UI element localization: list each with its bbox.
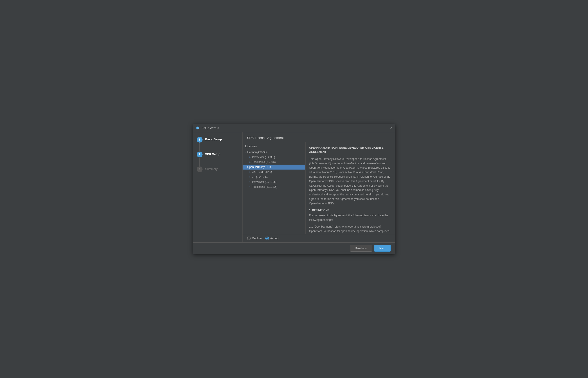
split-area: Licenses ▾ HarmonyOS-SDK ⬇ Previewer (3.… [243,142,395,234]
title-bar: Setup Wizard × [193,124,395,132]
download-icon: ⬇ [249,161,251,163]
step-1: 1 Basic Setup [197,137,239,151]
license-para-1: This OpenHarmony Software Developer Kits… [309,157,392,206]
license-para-2: For purposes of this Agreement, the foll… [309,213,392,222]
step-2-label: SDK Setup [205,151,220,156]
tree-header: Licenses [243,144,305,150]
page-title: SDK License Agreement [243,132,395,142]
tree-item-openharmony-sdk[interactable]: ▾ OpenHarmony-SDK [243,165,305,170]
tree-item-js-32125[interactable]: ⬇ JS (3.2.12.5) [243,175,305,179]
chevron-down-icon: ▾ [245,151,246,153]
decline-radio-circle[interactable] [247,237,251,240]
decline-radio[interactable]: Decline [247,237,262,240]
accept-radio-circle[interactable] [265,237,269,240]
step-2-connector: 2 [197,151,203,166]
step-2-circle: 2 [197,151,203,157]
download-icon: ⬇ [249,185,251,188]
step-1-connector: 1 [197,137,203,151]
license-section-1: 1. DEFINITIONS [309,208,392,213]
download-icon: ⬇ [249,156,251,159]
main-content: 1 Basic Setup 2 SDK Setup [193,132,395,243]
accept-label: Accept [270,237,279,240]
license-tree[interactable]: Licenses ▾ HarmonyOS-SDK ⬇ Previewer (3.… [243,142,306,234]
accept-radio[interactable]: Accept [265,237,279,240]
setup-wizard-window: Setup Wizard × 1 Basic Setup 2 [193,124,395,254]
sidebar: 1 Basic Setup 2 SDK Setup [193,132,243,243]
download-icon: ⬇ [249,176,251,178]
step-1-label: Basic Setup [205,137,222,141]
tree-item-arkts-32125[interactable]: ⬇ ArkTS (3.2.12.5) [243,170,305,175]
accept-area: Decline Accept [243,234,395,243]
chevron-down-icon: ▾ [245,166,246,168]
next-button[interactable]: Next [374,245,391,252]
step-3-circle: 3 [197,166,203,172]
title-bar-left: Setup Wizard [196,126,219,130]
tree-item-previewer-32125[interactable]: ⬇ Previewer (3.2.12.5) [243,179,305,184]
license-title: OPENHARMONY SOFTWARE DEVELOPER KITS LICE… [309,146,392,154]
license-body: This OpenHarmony Software Developer Kits… [309,157,392,234]
tree-item-toolchains-32125[interactable]: ⬇ Toolchains (3.2.12.5) [243,184,305,189]
license-text-area[interactable]: OPENHARMONY SOFTWARE DEVELOPER KITS LICE… [306,142,395,234]
download-icon: ⬇ [249,170,251,173]
footer: Previous Next [193,243,395,254]
step-1-circle: 1 [197,137,203,143]
decline-label: Decline [252,237,262,240]
tree-item-harmonyos-sdk[interactable]: ▾ HarmonyOS-SDK [243,150,305,155]
step-3: 3 Summary [197,166,239,172]
step-2: 2 SDK Setup [197,151,239,166]
step-2-line [199,158,200,166]
window-title: Setup Wizard [202,126,219,130]
step-3-label: Summary [205,166,218,171]
tree-item-toolchains-3236[interactable]: ⬇ Toolchains (3.2.3.6) [243,160,305,165]
step-3-connector: 3 [197,166,203,172]
main-panel: SDK License Agreement Licenses ▾ Harmony… [243,132,395,243]
radio-group: Decline Accept [247,237,279,240]
step-1-line [199,143,200,151]
license-para-3: 1.1 "OpenHarmony" refers to an operating… [309,225,392,234]
tree-item-previewer-3236[interactable]: ⬇ Previewer (3.2.3.6) [243,155,305,160]
download-icon: ⬇ [249,180,251,183]
close-button[interactable]: × [390,126,392,130]
app-icon [196,126,200,130]
previous-button[interactable]: Previous [350,245,372,252]
